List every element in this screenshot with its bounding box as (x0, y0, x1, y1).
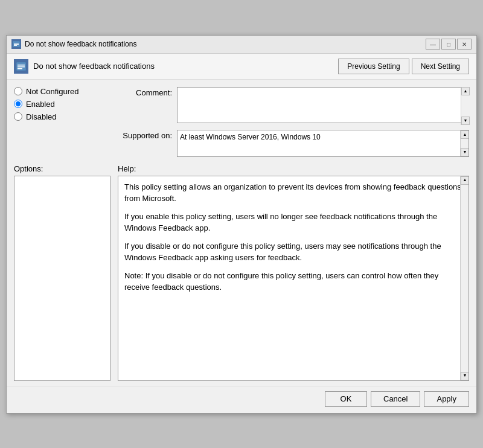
help-scroll-down[interactable]: ▼ (461, 372, 469, 380)
bottom-section: Options: Help: This policy setting allow… (7, 164, 476, 386)
comment-scrollbar: ▲ ▼ (461, 87, 469, 125)
not-configured-radio[interactable] (14, 87, 22, 95)
supported-label: Supported on: (118, 130, 172, 140)
cancel-button[interactable]: Cancel (371, 391, 420, 407)
comment-scroll-down[interactable]: ▼ (461, 117, 470, 125)
svg-rect-6 (18, 66, 25, 68)
options-label: Options: (14, 164, 110, 173)
previous-setting-button[interactable]: Previous Setting (338, 59, 409, 74)
right-panel: Comment: ▲ ▼ Supported on: At least Wind… (118, 87, 469, 157)
footer-buttons: OK Cancel Apply (7, 386, 476, 413)
window-title: Do not show feedback notifications (25, 40, 426, 48)
options-box (14, 176, 110, 381)
next-setting-button[interactable]: Next Setting (412, 59, 469, 74)
main-window: Do not show feedback notifications — □ ✕… (6, 35, 477, 414)
help-para-4: Note: If you disable or do not configure… (124, 270, 462, 293)
comment-label: Comment: (118, 87, 172, 97)
not-configured-label: Not Configured (26, 87, 78, 96)
close-button[interactable]: ✕ (457, 39, 472, 50)
window-icon (11, 39, 21, 49)
svg-rect-1 (14, 43, 19, 43)
minimize-button[interactable]: — (426, 39, 440, 50)
comment-wrapper: ▲ ▼ (177, 87, 469, 125)
apply-button[interactable]: Apply (424, 391, 469, 407)
help-scrollbar: ▲ ▼ (460, 176, 469, 380)
disabled-option[interactable]: Disabled (14, 112, 110, 121)
comment-scroll-track (461, 95, 469, 117)
help-box: This policy setting allows an organizati… (118, 176, 469, 381)
enabled-option[interactable]: Enabled (14, 100, 110, 109)
svg-rect-7 (18, 68, 22, 69)
comment-scroll-up[interactable]: ▲ (461, 87, 470, 95)
header-left: Do not show feedback notifications (14, 59, 155, 74)
supported-scroll-up[interactable]: ▲ (461, 130, 469, 139)
supported-scrollbar: ▲ ▼ (460, 130, 469, 156)
help-panel: Help: This policy setting allows an orga… (118, 164, 469, 381)
help-para-1: This policy setting allows an organizati… (124, 181, 462, 205)
ok-button[interactable]: OK (325, 391, 367, 407)
header-buttons: Previous Setting Next Setting (338, 59, 469, 74)
header-title: Do not show feedback notifications (33, 62, 155, 71)
supported-value: At least Windows Server 2016, Windows 10 (178, 130, 469, 144)
maximize-button[interactable]: □ (441, 39, 456, 50)
enabled-label: Enabled (26, 100, 55, 109)
content-area: Not Configured Enabled Disabled Comment:… (7, 80, 476, 164)
supported-scroll-track (461, 139, 469, 148)
enabled-radio[interactable] (14, 100, 22, 108)
svg-rect-3 (14, 45, 17, 46)
help-content: This policy setting allows an organizati… (124, 181, 462, 293)
supported-wrapper: At least Windows Server 2016, Windows 10… (177, 130, 469, 157)
help-para-2: If you enable this policy setting, users… (124, 211, 462, 234)
svg-rect-5 (18, 65, 25, 66)
window-controls: — □ ✕ (426, 39, 472, 50)
left-panel: Not Configured Enabled Disabled (14, 87, 110, 157)
supported-row: Supported on: At least Windows Server 20… (118, 130, 469, 157)
supported-scroll-down[interactable]: ▼ (461, 148, 469, 156)
comment-textarea[interactable] (177, 87, 469, 123)
header-icon (14, 59, 28, 74)
help-para-3: If you disable or do not configure this … (124, 240, 462, 264)
svg-rect-2 (14, 44, 19, 45)
help-scroll-track (461, 185, 469, 372)
help-label: Help: (118, 164, 469, 173)
disabled-label: Disabled (26, 112, 57, 121)
not-configured-option[interactable]: Not Configured (14, 87, 110, 96)
help-scroll-up[interactable]: ▲ (461, 176, 469, 185)
disabled-radio[interactable] (14, 112, 22, 121)
comment-row: Comment: ▲ ▼ (118, 87, 469, 125)
options-panel: Options: (14, 164, 110, 381)
header-bar: Do not show feedback notifications Previ… (7, 54, 476, 80)
title-bar: Do not show feedback notifications — □ ✕ (7, 36, 476, 54)
